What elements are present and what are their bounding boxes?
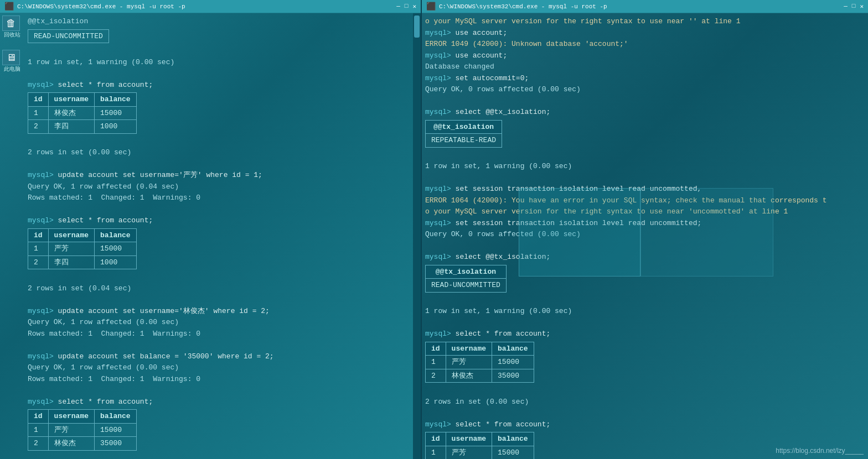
- line-select2: mysql> select * from account;: [28, 215, 417, 226]
- line-r-blank4: [425, 241, 865, 252]
- line-qok3: Query OK, 1 row affected (0.00 sec): [28, 362, 417, 373]
- left-window-title: C:\WINDOWS\system32\cmd.exe - mysql -u r…: [17, 3, 185, 10]
- line-r-2rows1: 2 rows in set (0.00 sec): [425, 397, 865, 408]
- table-account-2: idusernamebalance 1严芳15000 2李四1000: [28, 228, 417, 270]
- line-rows-matched1: Rows matched: 1 Changed: 1 Warnings: 0: [28, 192, 417, 204]
- line-blank1: [28, 45, 417, 56]
- line-select3: mysql> select * from account;: [28, 397, 417, 408]
- line-r-use2: mysql> use account;: [425, 50, 865, 61]
- line-r-blank3: [425, 173, 865, 184]
- line-blank8: [28, 340, 417, 351]
- line-r-select-isolation: mysql> select @@tx_isolation;: [425, 107, 865, 118]
- line-blank7: [28, 294, 417, 305]
- line-r-blank1: [425, 96, 865, 107]
- minimize-btn-right[interactable]: —: [844, 3, 848, 10]
- line-tx-isolation-header: @@tx_isolation: [28, 16, 417, 27]
- right-window-title: C:\WINDOWS\system32\cmd.exe - mysql -u r…: [439, 3, 607, 10]
- line-blank3: [28, 136, 417, 147]
- line-blank4: [28, 159, 417, 170]
- table-r-isolation1: @@tx_isolation REPEATABLE-READ: [425, 120, 865, 148]
- line-r-blank5: [425, 295, 865, 306]
- line-update3: mysql> update account set balance = '350…: [28, 351, 417, 362]
- left-titlebar: ⬛ C:\WINDOWS\system32\cmd.exe - mysql -u…: [0, 0, 421, 13]
- line-rows-matched3: Rows matched: 1 Changed: 1 Warnings: 0: [28, 374, 417, 385]
- taskbar-icons: 🗑 回收站: [2, 15, 20, 31]
- line-r-err1064: ERROR 1064 (42000): You have an error in…: [425, 195, 865, 206]
- line-r-autocommit: mysql> set autocommit=0;: [425, 73, 865, 84]
- maximize-btn-left[interactable]: □: [405, 3, 409, 10]
- line-rows-matched2: Rows matched: 1 Changed: 1 Warnings: 0: [28, 328, 417, 340]
- maximize-btn-right[interactable]: □: [852, 3, 856, 10]
- close-btn-right[interactable]: ✕: [860, 3, 864, 10]
- line-r-blank2: [425, 150, 865, 161]
- recycle-bin-label: 回收站: [2, 31, 22, 39]
- line-select1: mysql> select * from account;: [28, 80, 417, 91]
- table-r-account1: idusernamebalance 1严芳15000 2林俊杰35000: [425, 342, 865, 383]
- line-r-set-iso-ok: mysql> set session transaction isolation…: [425, 218, 865, 229]
- line-blank10: [28, 453, 417, 460]
- screen: ⬛ C:\WINDOWS\system32\cmd.exe - mysql -u…: [0, 0, 868, 459]
- this-pc-label: 此电脑: [2, 65, 22, 73]
- line-r-dbchanged: Database changed: [425, 61, 865, 72]
- this-pc-icon-area: 🖥 此电脑: [2, 50, 22, 73]
- line-1row-warn1: 1 row in set, 1 warning (0.00 sec): [28, 57, 417, 68]
- line-r-qok2: Query OK, 0 rows affected (0.00 sec): [425, 229, 865, 240]
- line-2rows2: 2 rows in set (0.04 sec): [28, 283, 417, 294]
- line-r-qok1: Query OK, 0 rows affected (0.00 sec): [425, 84, 865, 95]
- right-terminal-panel: ⬛ C:\WINDOWS\system32\cmd.exe - mysql -u…: [422, 0, 868, 459]
- watermark: https://blog.csdn.net/lzy_____: [776, 447, 864, 455]
- table-account-1: idusernamebalance 1林俊杰15000 2李四1000: [28, 92, 417, 134]
- line-r-blank6: [425, 317, 865, 328]
- minimize-btn-left[interactable]: —: [396, 3, 400, 10]
- line-qok1: Query OK, 1 row affected (0.04 sec): [28, 181, 417, 192]
- line-r-use1: mysql> use account;: [425, 28, 865, 39]
- right-window-controls[interactable]: — □ ✕: [844, 3, 864, 10]
- left-window-controls[interactable]: — □ ✕: [396, 3, 416, 10]
- line-r-select-iso2: mysql> select @@tx_isolation;: [425, 252, 865, 263]
- left-terminal-content[interactable]: @@tx_isolation READ-UNCOMMITTED 1 row in…: [0, 13, 421, 459]
- table-account-3: idusernamebalance 1严芳15000 2林俊杰35000: [28, 409, 417, 451]
- line-r-blank7: [425, 385, 865, 396]
- line-r-1row1: 1 row in set, 1 warning (0.00 sec): [425, 161, 865, 172]
- line-update1: mysql> update account set username='严芳' …: [28, 170, 417, 181]
- table-r-account2: idusernamebalance 1严芳15000 2林俊杰35000: [425, 432, 865, 459]
- line-update2: mysql> update account set username='林俊杰'…: [28, 306, 417, 317]
- table-tx-isolation-left: READ-UNCOMMITTED: [28, 29, 417, 44]
- line-r-select-account1: mysql> select * from account;: [425, 328, 865, 340]
- line-qok2: Query OK, 1 row affected (0.00 sec): [28, 317, 417, 328]
- line-r-err1064-2: o your MySQL server version for the righ…: [425, 206, 865, 217]
- line-r-err1049: ERROR 1049 (42000): Unknown database 'ac…: [425, 39, 865, 50]
- line-blank9: [28, 385, 417, 396]
- left-terminal-panel: ⬛ C:\WINDOWS\system32\cmd.exe - mysql -u…: [0, 0, 422, 459]
- this-pc-icon[interactable]: 🖥: [2, 50, 20, 65]
- line-r-set-iso-err: mysql> set session transaction isolation…: [425, 184, 865, 195]
- line-blank6: [28, 272, 417, 283]
- right-titlebar: ⬛ C:\WINDOWS\system32\cmd.exe - mysql -u…: [422, 0, 868, 13]
- line-r-select-account2: mysql> select * from account;: [425, 419, 865, 430]
- close-btn-left[interactable]: ✕: [412, 3, 416, 10]
- left-scrollbar-thumb[interactable]: [414, 15, 420, 38]
- line-r-blank8: [425, 408, 865, 419]
- line-r-1row2: 1 row in set, 1 warning (0.00 sec): [425, 306, 865, 317]
- line-blank2: [28, 68, 417, 79]
- right-terminal-content[interactable]: o your MySQL server version for the righ…: [422, 13, 868, 459]
- line-r-syntax-err: o your MySQL server version for the righ…: [425, 16, 865, 27]
- left-scrollbar[interactable]: [413, 13, 421, 459]
- line-blank5: [28, 204, 417, 215]
- table-r-isolation2: @@tx_isolation READ-UNCOMMITTED: [425, 265, 865, 293]
- line-2rows1: 2 rows in set (0.00 sec): [28, 147, 417, 158]
- recycle-bin-icon[interactable]: 🗑: [2, 15, 20, 31]
